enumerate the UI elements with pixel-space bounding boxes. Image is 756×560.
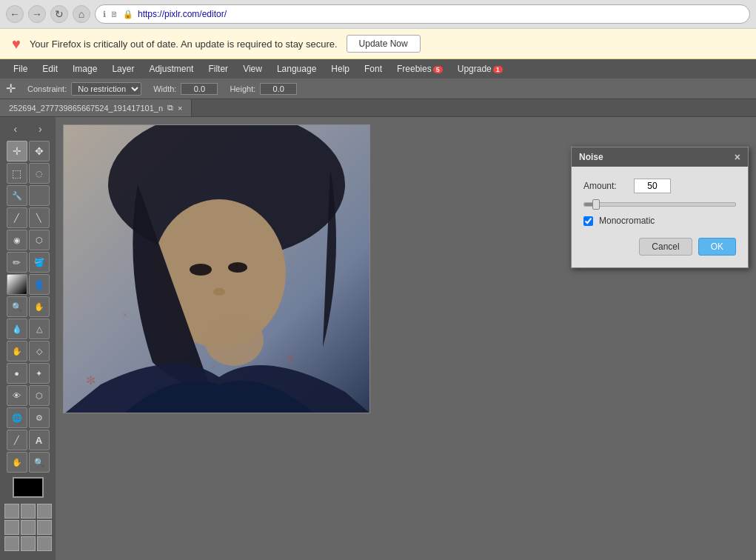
tool-hand[interactable]: ✋ [7, 341, 27, 361]
tool-eye[interactable]: 👁 [7, 385, 27, 406]
grid-btn-3[interactable] [37, 504, 52, 519]
tool-icon: ✛ [6, 81, 16, 96]
photo-svg: ✻ ✻ ✻ × × × [64, 125, 370, 413]
tool-row-14: ╱ A [7, 430, 50, 450]
amount-row: Amount: [583, 179, 736, 193]
canvas-image: ✻ ✻ ✻ × × × [63, 124, 370, 413]
tool-fill[interactable]: 🪣 [29, 252, 50, 273]
noise-slider-track[interactable] [583, 202, 736, 207]
menu-file[interactable]: File [6, 61, 35, 77]
tool-clone[interactable] [29, 185, 50, 206]
sidebar-next[interactable]: › [34, 121, 47, 136]
grid-btn-7[interactable] [4, 536, 19, 551]
ok-button[interactable]: OK [698, 238, 736, 256]
tool-row-11: ● ✦ [7, 363, 50, 384]
tool-transform[interactable]: ✥ [29, 141, 50, 161]
grid-btn-4[interactable] [4, 520, 19, 535]
tool-red-eye[interactable]: ✦ [29, 363, 50, 384]
tool-dodge[interactable]: 💧 [7, 319, 27, 339]
grid-btn-5[interactable] [21, 520, 36, 535]
dialog-buttons: Cancel OK [583, 238, 736, 256]
dialog-close-button[interactable]: × [735, 151, 740, 163]
grid-btn-1[interactable] [4, 504, 19, 519]
tool-row-6: ✏ 🪣 [7, 252, 50, 273]
canvas-tab[interactable]: 252694_277739865667524_191417101_n ⧉ × [0, 99, 192, 116]
monochromatic-label: Monocromatic [599, 216, 655, 226]
dialog-title: Noise [579, 152, 603, 162]
freebies-badge: 5 [433, 66, 443, 73]
tool-eraser[interactable]: ◉ [7, 230, 27, 250]
tool-gradient[interactable] [7, 274, 27, 295]
tool-heal[interactable]: 🔧 [7, 185, 27, 206]
menu-layer[interactable]: Layer [104, 61, 141, 77]
address-bar[interactable]: ℹ 🗎 🔒 https://pixlr.com/editor/ [95, 4, 750, 24]
tool-brush[interactable]: ╲ [29, 207, 50, 228]
menu-filter[interactable]: Filter [201, 61, 235, 77]
menu-upgrade[interactable]: Upgrade1 [450, 61, 510, 77]
tool-row-3: 🔧 [7, 185, 50, 206]
width-label: Width: [153, 84, 176, 93]
grid-btn-2[interactable] [21, 504, 36, 519]
browser-nav: ← → ↻ ⌂ ℹ 🗎 🔒 https://pixlr.com/editor/ [0, 0, 756, 28]
tab-expand-icon[interactable]: ⧉ [167, 103, 173, 113]
grid-btn-8[interactable] [21, 536, 36, 551]
page-icon: 🗎 [110, 10, 118, 19]
tool-burn[interactable]: △ [29, 319, 50, 339]
height-label: Height: [230, 84, 255, 93]
url-display: https://pixlr.com/editor/ [138, 9, 227, 19]
update-now-button[interactable]: Update Now [347, 35, 421, 53]
tool-text[interactable]: A [29, 430, 50, 450]
tool-row-15: ✋ 🔍 [7, 452, 50, 473]
noise-dialog: Noise × Amount: [571, 147, 749, 268]
noise-slider-thumb[interactable] [592, 199, 600, 210]
tool-pan[interactable]: ✋ [7, 452, 27, 473]
tool-pen[interactable]: ╱ [7, 430, 27, 450]
back-button[interactable]: ← [6, 5, 24, 23]
tool-move[interactable]: ✛ [7, 141, 27, 161]
menu-help[interactable]: Help [324, 61, 357, 77]
sidebar-nav: ‹ › [0, 120, 56, 138]
forward-button[interactable]: → [28, 5, 46, 23]
grid-btn-6[interactable] [37, 520, 52, 535]
tool-row-8: 🔍 ✋ [7, 296, 50, 317]
grid-btn-9[interactable] [37, 536, 52, 551]
lock-icon: 🔒 [123, 10, 133, 19]
tool-stamp[interactable]: ⬡ [29, 230, 50, 250]
tool-row-1: ✛ ✥ [7, 141, 50, 161]
tool-paint[interactable]: ✏ [7, 252, 27, 273]
height-input[interactable] [260, 83, 297, 95]
tool-globe[interactable]: 🌐 [7, 407, 27, 428]
cancel-button[interactable]: Cancel [639, 238, 692, 256]
tool-row-13: 🌐 ⚙ [7, 407, 50, 428]
menu-font[interactable]: Font [357, 61, 389, 77]
menu-edit[interactable]: Edit [35, 61, 65, 77]
color-swatch[interactable] [13, 477, 44, 498]
canvas-area: ✻ ✻ ✻ × × × [56, 117, 756, 560]
tool-eyedropper[interactable]: 🔍 [7, 296, 27, 317]
height-group: Height: [230, 83, 297, 95]
tool-select-lasso[interactable]: ◌ [29, 163, 50, 184]
menu-view[interactable]: View [235, 61, 270, 77]
constraint-select[interactable]: No restriction [71, 82, 141, 96]
monochromatic-checkbox[interactable] [583, 216, 593, 226]
tool-sharpen[interactable]: ◇ [29, 341, 50, 361]
tool-gear[interactable]: ⚙ [29, 407, 50, 428]
refresh-button[interactable]: ↻ [50, 5, 68, 23]
sidebar-prev[interactable]: ‹ [9, 121, 21, 136]
tool-select-rect[interactable]: ⬚ [7, 163, 27, 184]
tab-close-icon[interactable]: × [178, 104, 182, 113]
tool-shape[interactable]: 👤 [29, 274, 50, 295]
amount-input[interactable] [634, 179, 671, 193]
width-input[interactable] [181, 83, 218, 95]
tool-blur[interactable]: ✋ [29, 296, 50, 317]
menu-freebies[interactable]: Freebies5 [389, 61, 450, 77]
menu-adjustment[interactable]: Adjustment [141, 61, 201, 77]
tool-hex[interactable]: ⬡ [29, 385, 50, 406]
tool-zoom[interactable]: 🔍 [29, 452, 50, 473]
tool-spot-heal[interactable]: ● [7, 363, 27, 384]
menu-image[interactable]: Image [65, 61, 104, 77]
constraint-group: Constraint: No restriction [27, 82, 141, 96]
tool-pencil[interactable]: ╱ [7, 207, 27, 228]
menu-language[interactable]: Language [270, 61, 324, 77]
home-button[interactable]: ⌂ [73, 5, 90, 23]
